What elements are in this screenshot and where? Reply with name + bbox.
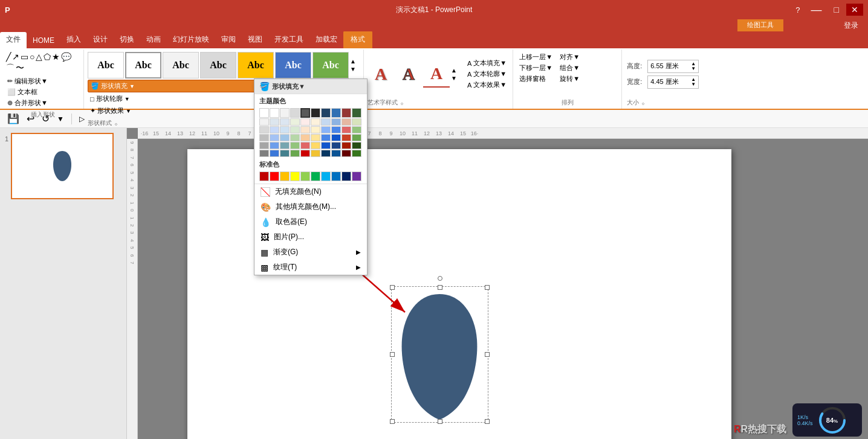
- color-cell[interactable]: [280, 108, 290, 118]
- art-swatch-3[interactable]: A: [423, 61, 450, 88]
- color-cell[interactable]: [290, 126, 300, 133]
- art-swatch-2[interactable]: A: [395, 61, 422, 88]
- color-cell[interactable]: [321, 150, 331, 157]
- height-down-arrow[interactable]: ▼: [691, 66, 696, 71]
- no-fill-option[interactable]: 无填充颜色(N): [254, 184, 367, 199]
- color-cell[interactable]: [311, 126, 320, 133]
- color-cell[interactable]: [290, 118, 300, 126]
- color-cell[interactable]: [352, 150, 361, 157]
- color-cell[interactable]: [270, 118, 279, 126]
- color-cell[interactable]: [352, 142, 361, 149]
- texture-option[interactable]: ▩ 纹理(T) ▶: [254, 260, 367, 275]
- shape-container[interactable]: [393, 288, 487, 421]
- handle-rotate[interactable]: [438, 276, 442, 281]
- group-button[interactable]: 组合▼: [557, 63, 582, 73]
- color-cell[interactable]: [331, 108, 341, 118]
- more-colors-option[interactable]: 🎨 其他填充颜色(M)...: [254, 199, 367, 214]
- color-cell[interactable]: [321, 134, 331, 141]
- std-color-5[interactable]: [300, 171, 310, 181]
- slide-thumbnail-1[interactable]: [11, 133, 114, 199]
- rotate-button[interactable]: 旋转▼: [557, 74, 582, 84]
- handle-br[interactable]: [485, 419, 490, 424]
- std-color-7[interactable]: [321, 171, 331, 181]
- shape-arrow-icon[interactable]: ↗: [12, 52, 19, 62]
- handle-bl[interactable]: [390, 419, 395, 424]
- color-cell[interactable]: [331, 142, 341, 149]
- shape-swatch-3[interactable]: Abc: [163, 52, 199, 79]
- tab-view[interactable]: 视图: [242, 32, 268, 48]
- fill-dropdown-arrow[interactable]: ▼: [129, 83, 135, 89]
- color-cell[interactable]: [342, 134, 351, 141]
- gradient-option[interactable]: ▦ 渐变(G) ▶: [254, 245, 367, 260]
- shape-styles-expand-icon[interactable]: ⬦: [114, 120, 118, 127]
- art-styles-expand-icon[interactable]: ⬦: [400, 100, 404, 106]
- color-cell[interactable]: [280, 126, 290, 133]
- tab-transitions[interactable]: 切换: [114, 32, 140, 48]
- tab-addins[interactable]: 加载宏: [309, 32, 343, 48]
- color-cell[interactable]: [321, 126, 331, 133]
- color-cell[interactable]: [300, 134, 310, 141]
- std-color-9[interactable]: [342, 171, 351, 181]
- color-cell[interactable]: [300, 118, 310, 126]
- color-cell[interactable]: [259, 142, 269, 149]
- color-cell[interactable]: [321, 108, 331, 118]
- color-cell[interactable]: [311, 150, 320, 157]
- color-cell[interactable]: [270, 108, 279, 118]
- color-cell[interactable]: [259, 126, 269, 133]
- tab-design[interactable]: 设计: [87, 32, 114, 48]
- tab-format[interactable]: 格式: [343, 31, 372, 48]
- shape-swatch-2[interactable]: Abc: [125, 52, 161, 79]
- align-button[interactable]: 对齐▼: [557, 52, 582, 62]
- color-cell[interactable]: [259, 108, 269, 118]
- color-cell[interactable]: [270, 134, 279, 141]
- shape-pentagon-icon[interactable]: ⬠: [44, 52, 51, 62]
- color-cell[interactable]: [290, 134, 300, 141]
- std-color-6[interactable]: [311, 171, 320, 181]
- std-color-10[interactable]: [352, 171, 361, 181]
- handle-mr[interactable]: [485, 352, 490, 357]
- color-cell[interactable]: [290, 142, 300, 149]
- swatch-scroll[interactable]: ▲ ▼: [350, 52, 360, 79]
- color-cell[interactable]: [342, 108, 351, 118]
- text-outline-button[interactable]: A 文本轮廓▼: [465, 69, 509, 79]
- handle-tr[interactable]: [485, 285, 490, 290]
- color-cell[interactable]: [352, 126, 361, 133]
- shape-swatch-4[interactable]: Abc: [200, 52, 236, 79]
- effect-dropdown-arrow[interactable]: ▼: [126, 108, 131, 114]
- outline-dropdown-arrow[interactable]: ▼: [125, 96, 130, 102]
- std-color-4[interactable]: [290, 171, 300, 181]
- text-box-button[interactable]: ⬜ 文本框: [6, 87, 80, 97]
- std-color-3[interactable]: [280, 171, 290, 181]
- handle-tm[interactable]: [438, 285, 442, 290]
- width-input[interactable]: 4.45 厘米 ▲ ▼: [647, 75, 699, 89]
- std-color-8[interactable]: [331, 171, 341, 181]
- color-cell[interactable]: [342, 142, 351, 149]
- shape-swatch-7[interactable]: Abc: [313, 52, 349, 79]
- handle-ml[interactable]: [390, 352, 395, 357]
- color-cell[interactable]: [270, 150, 279, 157]
- handle-bm[interactable]: [438, 419, 442, 424]
- shape-triangle-icon[interactable]: △: [36, 52, 42, 62]
- color-cell[interactable]: [311, 118, 320, 126]
- art-swatch-scroll[interactable]: ▲ ▼: [451, 61, 461, 88]
- shape-rect-icon[interactable]: ▭: [21, 52, 28, 62]
- edit-shape-button[interactable]: ✏ 编辑形状▼: [6, 76, 80, 86]
- move-up-button[interactable]: 上移一层▼: [517, 52, 555, 62]
- handle-tl[interactable]: [390, 285, 395, 290]
- color-cell[interactable]: [300, 126, 310, 133]
- width-spinners[interactable]: ▲ ▼: [691, 77, 696, 87]
- shape-swatch-1[interactable]: Abc: [88, 52, 124, 79]
- shape-star-icon[interactable]: ★: [52, 52, 60, 62]
- login-button[interactable]: 登录: [839, 19, 863, 32]
- color-cell[interactable]: [352, 118, 361, 126]
- merge-shapes-button[interactable]: ⊕ 合并形状▼: [6, 98, 80, 108]
- color-cell[interactable]: [280, 134, 290, 141]
- tab-home[interactable]: HOME: [27, 34, 60, 48]
- width-down-arrow[interactable]: ▼: [691, 82, 696, 87]
- shape-swatch-5[interactable]: Abc: [238, 52, 274, 79]
- shape-swatch-6[interactable]: Abc: [275, 52, 311, 79]
- color-cell[interactable]: [342, 150, 351, 157]
- color-cell[interactable]: [270, 126, 279, 133]
- shape-freeform-icon[interactable]: 〜: [16, 63, 24, 74]
- color-cell[interactable]: [259, 118, 269, 126]
